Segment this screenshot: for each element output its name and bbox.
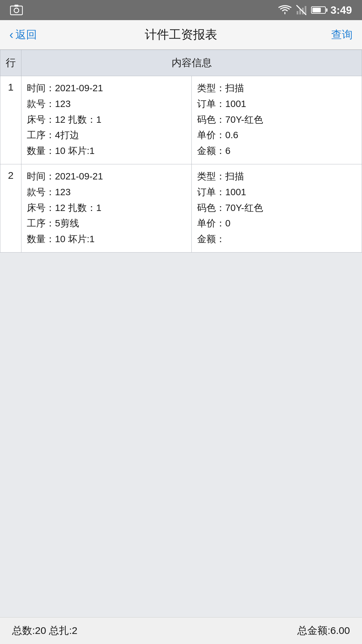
data-table: 行 内容信息 1时间：2021-09-21款号：123床号：12 扎数：1工序：… <box>0 50 362 253</box>
table-container: 行 内容信息 1时间：2021-09-21款号：123床号：12 扎数：1工序：… <box>0 50 362 644</box>
battery-icon <box>311 6 326 14</box>
content-line: 订单：1001 <box>197 185 356 200</box>
status-bar: 3:49 <box>0 0 362 20</box>
svg-rect-0 <box>10 6 22 15</box>
content-line: 床号：12 扎数：1 <box>27 112 186 127</box>
content-line: 数量：10 坏片:1 <box>27 232 186 247</box>
content-line: 数量：10 坏片:1 <box>27 144 186 159</box>
page-title: 计件工资报表 <box>145 26 217 43</box>
content-line: 金额： <box>197 232 356 247</box>
content-left: 时间：2021-09-21款号：123床号：12 扎数：1工序：5剪线数量：10… <box>21 164 192 252</box>
back-chevron-icon: ‹ <box>9 29 13 41</box>
table-header: 行 内容信息 <box>0 50 362 76</box>
svg-rect-3 <box>297 11 298 14</box>
table-body: 1时间：2021-09-21款号：123床号：12 扎数：1工序：4打边数量：1… <box>0 76 362 253</box>
content-left: 时间：2021-09-21款号：123床号：12 扎数：1工序：4打边数量：10… <box>21 76 192 164</box>
back-button[interactable]: ‹ 返回 <box>9 28 37 42</box>
content-cell: 时间：2021-09-21款号：123床号：12 扎数：1工序：5剪线数量：10… <box>21 164 362 252</box>
content-line: 单价：0.6 <box>197 128 356 143</box>
col-header-row: 行 <box>0 50 21 76</box>
svg-point-1 <box>14 8 19 13</box>
content-line: 款号：123 <box>27 185 186 200</box>
table-row: 1时间：2021-09-21款号：123床号：12 扎数：1工序：4打边数量：1… <box>0 76 362 164</box>
content-line: 床号：12 扎数：1 <box>27 201 186 216</box>
content-right: 类型：扫描订单：1001码色：70Y-红色单价：0.6金额：6 <box>192 76 362 164</box>
table-row: 2时间：2021-09-21款号：123床号：12 扎数：1工序：5剪线数量：1… <box>0 164 362 252</box>
content-line: 金额：6 <box>197 144 356 159</box>
content-line: 工序：4打边 <box>27 128 186 143</box>
status-time: 3:49 <box>330 4 352 16</box>
wifi-icon <box>278 5 292 15</box>
content-line: 类型：扫描 <box>197 169 356 184</box>
row-number-cell: 1 <box>0 76 21 164</box>
content-line: 码色：70Y-红色 <box>197 112 356 127</box>
content-line: 款号：123 <box>27 97 186 112</box>
content-right: 类型：扫描订单：1001码色：70Y-红色单价：0金额： <box>192 164 362 252</box>
col-header-content: 内容信息 <box>21 50 362 76</box>
content-line: 单价：0 <box>197 216 356 231</box>
content-line: 时间：2021-09-21 <box>27 81 186 96</box>
content-line: 类型：扫描 <box>197 81 356 96</box>
content-line: 时间：2021-09-21 <box>27 169 186 184</box>
footer: 总数:20 总扎:2 总金额:6.00 <box>0 617 362 644</box>
signal-icon <box>296 5 306 15</box>
photo-icon <box>10 4 23 16</box>
content-line: 码色：70Y-红色 <box>197 201 356 216</box>
nav-bar: ‹ 返回 计件工资报表 查询 <box>0 20 362 50</box>
back-label: 返回 <box>15 28 37 42</box>
status-bar-right: 3:49 <box>278 4 352 16</box>
footer-total-count: 总数:20 总扎:2 <box>12 624 77 638</box>
content-line: 工序：5剪线 <box>27 216 186 231</box>
content-line: 订单：1001 <box>197 97 356 112</box>
svg-rect-2 <box>14 5 18 7</box>
status-bar-left <box>10 4 23 16</box>
content-cell: 时间：2021-09-21款号：123床号：12 扎数：1工序：4打边数量：10… <box>21 76 362 164</box>
footer-total-amount: 总金额:6.00 <box>297 624 350 638</box>
query-button[interactable]: 查询 <box>331 28 353 42</box>
row-number-cell: 2 <box>0 164 21 252</box>
